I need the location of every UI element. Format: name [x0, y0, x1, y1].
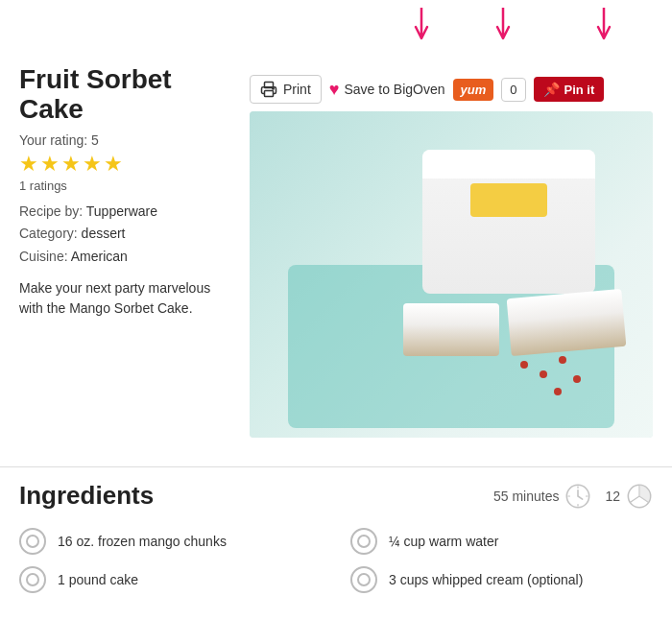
stars-row: ★ ★ ★ ★ ★ [19, 152, 230, 177]
print-icon [260, 81, 277, 98]
clock-icon [564, 483, 591, 510]
ingredients-header: Ingredients 55 minutes 12 [19, 467, 653, 520]
cuisine-line: Cuisine: American [19, 246, 230, 269]
arrow-2 [492, 8, 514, 48]
ingredients-title: Ingredients [19, 481, 154, 511]
recipe-image [250, 111, 653, 438]
recipe-description: Make your next party marvelous with the … [19, 278, 230, 319]
ingredients-list: 16 oz. frozen mango chunks ¼ cup warm wa… [19, 528, 653, 593]
print-label: Print [283, 82, 311, 97]
svg-rect-1 [265, 91, 274, 97]
ingredient-checkbox-4[interactable] [350, 566, 377, 593]
ingredients-section: Ingredients 55 minutes 12 [0, 466, 672, 612]
page-wrapper: Fruit Sorbet Cake Your rating: 5 ★ ★ ★ ★… [0, 0, 672, 612]
berry-4 [520, 361, 528, 369]
ratings-count: 1 ratings [19, 179, 230, 193]
print-button[interactable]: Print [250, 75, 322, 104]
star-1: ★ [19, 152, 38, 177]
cake-slice-1 [507, 289, 627, 356]
recipe-by-label: Recipe by: [19, 203, 83, 219]
star-3: ★ [61, 152, 81, 177]
star-4: ★ [83, 152, 102, 177]
arrows-row [0, 0, 672, 46]
meta-info: 55 minutes 12 [493, 483, 653, 510]
cuisine-value: American [71, 249, 128, 264]
ingredient-checkbox-1[interactable] [19, 528, 46, 555]
your-rating: Your rating: 5 [19, 132, 230, 148]
heart-icon: ♥ [329, 80, 340, 100]
arrow-3 [593, 8, 614, 48]
cake-visual [250, 111, 653, 438]
berry-1 [559, 356, 566, 364]
yum-badge[interactable]: yum [453, 79, 494, 101]
toolbar: Print ♥ Save to BigOven yum 0 📌 Pin it [250, 75, 653, 104]
left-panel: Fruit Sorbet Cake Your rating: 5 ★ ★ ★ ★… [19, 46, 250, 438]
ingredient-item-4: 3 cups whipped cream (optional) [350, 566, 653, 593]
category-label: Category: [19, 226, 78, 241]
pinit-button[interactable]: 📌 Pin it [534, 77, 605, 102]
ingredient-text-4: 3 cups whipped cream (optional) [389, 572, 583, 587]
berry-3 [573, 375, 581, 383]
servings-value: 12 [605, 489, 620, 504]
yum-count: 0 [501, 78, 525, 102]
recipe-by-line: Recipe by: Tupperware [19, 201, 230, 224]
time-value: 55 minutes [493, 489, 559, 504]
right-panel: Print ♥ Save to BigOven yum 0 📌 Pin it [250, 46, 653, 438]
cake-frosting-top [422, 150, 595, 179]
star-2: ★ [40, 152, 60, 177]
ingredient-text-1: 16 oz. frozen mango chunks [58, 534, 227, 549]
pinit-label: Pin it [564, 83, 595, 97]
ingredient-text-2: 1 pound cake [58, 572, 138, 587]
pin-icon: 📌 [543, 82, 560, 97]
ingredient-checkbox-3[interactable] [350, 528, 377, 555]
ingredient-checkbox-2[interactable] [19, 566, 46, 593]
category-value: dessert [82, 226, 126, 241]
mango-topping [470, 183, 547, 217]
arrow-1 [411, 8, 432, 48]
berry-2 [540, 370, 547, 378]
recipe-by-value: Tupperware [86, 203, 157, 219]
cuisine-label: Cuisine: [19, 249, 68, 264]
time-info: 55 minutes [493, 483, 591, 510]
ingredient-item-3: ¼ cup warm water [350, 528, 653, 555]
berry-5 [554, 388, 562, 395]
recipe-title: Fruit Sorbet Cake [19, 65, 230, 125]
arrows-container [363, 8, 651, 46]
star-5: ★ [104, 152, 123, 177]
svg-point-2 [273, 88, 275, 90]
ingredient-text-3: ¼ cup warm water [389, 534, 498, 549]
ingredient-item-1: 16 oz. frozen mango chunks [19, 528, 322, 555]
save-label: Save to BigOven [344, 82, 444, 97]
pie-icon [626, 483, 653, 510]
ingredient-item-2: 1 pound cake [19, 566, 322, 593]
cake-main [422, 150, 595, 294]
category-line: Category: dessert [19, 223, 230, 246]
main-content: Fruit Sorbet Cake Your rating: 5 ★ ★ ★ ★… [0, 46, 672, 457]
save-bigoven-button[interactable]: ♥ Save to BigOven [329, 80, 445, 100]
recipe-meta: Recipe by: Tupperware Category: dessert … [19, 201, 230, 269]
cake-slice-2 [403, 303, 499, 356]
servings-info: 12 [605, 483, 653, 510]
